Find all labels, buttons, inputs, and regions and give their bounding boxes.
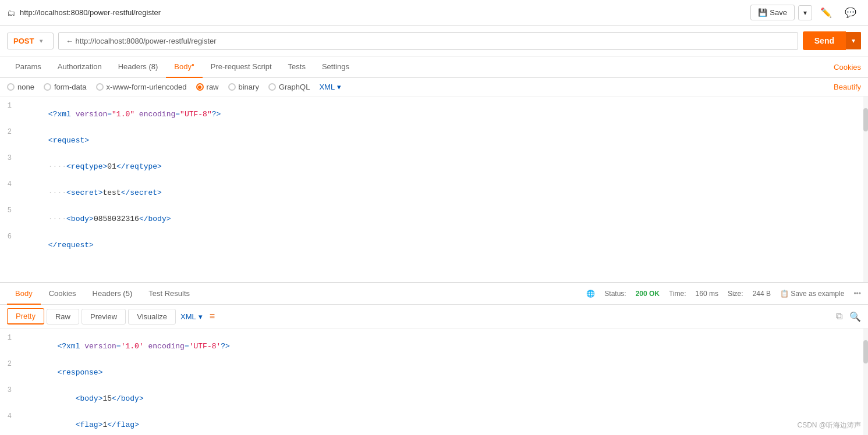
send-dropdown-button[interactable]: ▾ <box>846 32 861 49</box>
radio-raw-circle <box>196 83 204 91</box>
request-code-line-2: 2 <request> <box>0 127 868 154</box>
resp-tab-headers[interactable]: Headers (5) <box>84 283 141 305</box>
line-content-2: <request> <box>21 127 868 154</box>
tab-settings[interactable]: Settings <box>314 56 357 78</box>
fmt-preview-label: Preview <box>90 312 117 321</box>
radio-raw[interactable]: raw <box>196 83 219 91</box>
resp-line-content-1: <?xml version='1.0' encoding='UTF-8'?> <box>21 333 868 359</box>
filter-icon[interactable]: ≡ <box>210 311 215 322</box>
resp-line-content-4: <flag>1</flag> <box>21 412 868 435</box>
save-example-button[interactable]: 📋 Save as example <box>780 290 844 298</box>
tab-prerequest-label: Pre-request Script <box>211 62 272 71</box>
watermark: CSDN @听海边涛声 <box>797 420 861 430</box>
tab-headers[interactable]: Headers (8) <box>110 56 166 78</box>
radio-binary-circle <box>228 83 236 91</box>
radio-form-data[interactable]: form-data <box>44 83 87 91</box>
status-bar: 🌐 Status: 200 OK Time: 160 ms Size: 244 … <box>586 290 861 298</box>
top-bar: 🗂 http://localhost:8080/power-restful/re… <box>0 0 868 26</box>
save-dropdown-button[interactable]: ▾ <box>798 5 812 20</box>
tab-params-label: Params <box>15 62 41 71</box>
tab-tests-label: Tests <box>288 62 306 71</box>
request-code-line-3: 3 ····<reqtype>01</reqtype> <box>0 154 868 180</box>
line-content-5: ····<body>0858032316</body> <box>21 206 868 232</box>
send-button-group: Send ▾ <box>803 31 861 50</box>
edit-icon-button[interactable]: ✏️ <box>816 4 837 21</box>
fmt-raw-label: Raw <box>55 312 70 321</box>
format-select[interactable]: XML ▾ <box>319 83 341 91</box>
tab-headers-label: Headers <box>118 62 147 71</box>
watermark-text: CSDN @听海边涛声 <box>797 421 861 429</box>
request-code-editor[interactable]: 1 <?xml version="1.0" encoding="UTF-8"?>… <box>0 97 868 283</box>
send-button[interactable]: Send <box>803 31 846 50</box>
line-num-6: 6 <box>0 232 21 241</box>
radio-urlencoded[interactable]: x-www-form-urlencoded <box>96 83 187 91</box>
request-code-line-5: 5 ····<body>0858032316</body> <box>0 206 868 232</box>
editor-scrollbar <box>863 97 868 282</box>
comment-icon-button[interactable]: 💬 <box>840 4 861 21</box>
line-num-5: 5 <box>0 206 21 215</box>
more-options-icon[interactable]: ••• <box>853 290 861 298</box>
radio-form-data-label: form-data <box>54 83 87 91</box>
response-tabs-row: Body Cookies Headers (5) Test Results 🌐 … <box>0 283 868 305</box>
tab-icon: 🗂 <box>7 8 15 17</box>
url-input[interactable] <box>58 32 798 50</box>
response-code-line-4: 4 <flag>1</flag> <box>0 412 868 435</box>
resp-line-num-3: 3 <box>0 386 21 394</box>
fmt-visualize-label: Visualize <box>137 312 167 321</box>
fmt-btn-raw[interactable]: Raw <box>47 309 79 325</box>
radio-binary[interactable]: binary <box>228 83 259 91</box>
radio-none[interactable]: none <box>7 83 34 91</box>
response-code-editor[interactable]: 1 <?xml version='1.0' encoding='UTF-8'?>… <box>0 329 868 435</box>
fmt-btn-visualize[interactable]: Visualize <box>128 309 176 325</box>
resp-tab-body[interactable]: Body <box>7 283 41 305</box>
resp-tab-headers-label: Headers <box>93 289 121 298</box>
tab-authorization[interactable]: Authorization <box>49 56 110 78</box>
resp-tab-cookies[interactable]: Cookies <box>41 283 84 305</box>
tab-tests[interactable]: Tests <box>280 56 314 78</box>
line-num-3: 3 <box>0 154 21 162</box>
top-bar-left: 🗂 http://localhost:8080/power-restful/re… <box>7 8 161 17</box>
radio-graphql-label: GraphQL <box>279 83 310 91</box>
fmt-btn-preview[interactable]: Preview <box>82 309 126 325</box>
response-format-label: XML <box>180 312 196 321</box>
beautify-label: Beautify <box>834 83 861 91</box>
tab-body[interactable]: Body● <box>166 56 202 78</box>
search-icon[interactable]: 🔍 <box>849 311 861 322</box>
save-button[interactable]: 💾 Save <box>750 5 795 20</box>
response-format-select[interactable]: XML ▾ <box>180 312 203 321</box>
fmt-btn-pretty[interactable]: Pretty <box>7 308 44 325</box>
radio-none-circle <box>7 83 15 91</box>
tab-prerequest[interactable]: Pre-request Script <box>203 56 280 78</box>
method-select[interactable]: POST ▾ <box>7 33 54 49</box>
radio-urlencoded-circle <box>96 83 104 91</box>
tab-params[interactable]: Params <box>7 56 49 78</box>
status-value: 200 OK <box>636 290 660 298</box>
request-bar: POST ▾ Send ▾ <box>0 26 868 56</box>
time-value: 160 ms <box>696 290 718 298</box>
scrollbar-thumb <box>863 108 868 131</box>
copy-icon[interactable]: ⧉ <box>836 311 842 322</box>
beautify-button[interactable]: Beautify <box>834 83 861 91</box>
fmt-pretty-label: Pretty <box>16 312 36 320</box>
status-label: Status: <box>604 290 626 298</box>
resp-line-content-2: <response> <box>21 359 868 386</box>
request-code-line-4: 4 ····<secret>test</secret> <box>0 180 868 206</box>
tab-body-label: Body <box>174 62 192 71</box>
size-label: Size: <box>728 290 743 298</box>
response-section: Body Cookies Headers (5) Test Results 🌐 … <box>0 283 868 435</box>
method-arrow-icon: ▾ <box>40 38 42 44</box>
line-num-4: 4 <box>0 180 21 188</box>
line-num-1: 1 <box>0 101 21 110</box>
resp-line-num-4: 4 <box>0 412 21 420</box>
cookies-link[interactable]: Cookies <box>834 63 861 72</box>
radio-graphql[interactable]: GraphQL <box>268 83 310 91</box>
resp-tab-test-results[interactable]: Test Results <box>140 283 198 305</box>
line-content-1: <?xml version="1.0" encoding="UTF-8"?> <box>21 101 868 127</box>
line-content-3: ····<reqtype>01</reqtype> <box>21 154 868 180</box>
resp-line-num-1: 1 <box>0 333 21 342</box>
size-value: 244 B <box>753 290 771 298</box>
resp-line-content-3: <body>15</body> <box>21 386 868 412</box>
line-content-6: </request> <box>21 232 868 258</box>
resp-tab-body-label: Body <box>15 289 33 298</box>
radio-binary-label: binary <box>239 83 259 91</box>
